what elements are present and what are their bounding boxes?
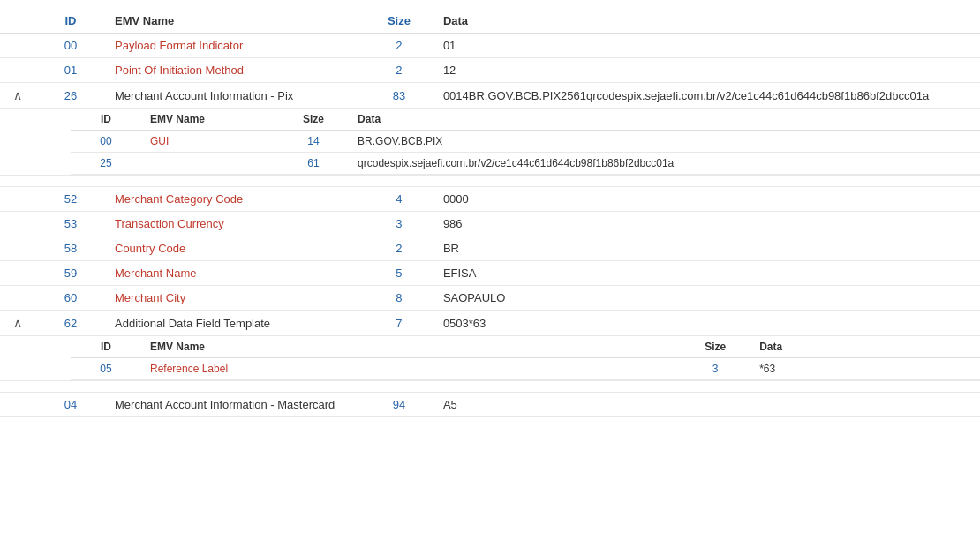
table-row: 58Country Code2BR — [0, 236, 980, 261]
expand-cell — [0, 261, 35, 286]
nested-header-id: ID — [71, 109, 141, 131]
nested-table-row: 2561qrcodespix.sejaefi.com.br/v2/ce1c44c… — [71, 153, 980, 175]
row-size: 2 — [364, 58, 434, 83]
nested-cell: 25 — [71, 153, 141, 175]
expand-cell — [0, 393, 35, 417]
row-emv-name: Transaction Currency — [106, 212, 364, 236]
row-id: 62 — [35, 311, 106, 336]
row-id: 53 — [35, 212, 106, 236]
nested-cell: *63 — [750, 358, 980, 380]
nested-row: IDEMV NameSizeData00GUI14BR.GOV.BCB.PIX2… — [0, 109, 980, 176]
collapse-icon: ∧ — [13, 88, 22, 102]
nested-header-emv-name: EMV Name — [141, 336, 680, 358]
header-size: Size — [364, 9, 434, 34]
collapse-icon: ∧ — [13, 316, 22, 330]
row-id: 26 — [35, 83, 106, 109]
header-id: ID — [35, 9, 106, 34]
nested-table: IDEMV NameSizeData00GUI14BR.GOV.BCB.PIX2… — [71, 109, 980, 175]
nested-table-row: 05Reference Label3*63 — [71, 358, 980, 380]
row-emv-name: Merchant Name — [106, 261, 364, 286]
row-emv-name: Merchant Account Information - Pix — [106, 83, 364, 109]
row-id: 52 — [35, 187, 106, 212]
nested-row: IDEMV NameSizeData05Reference Label3*63 — [0, 336, 980, 381]
spacer-row — [0, 176, 980, 187]
row-data: 12 — [434, 58, 980, 83]
main-container: ID EMV Name Size Data 00Payload Format I… — [0, 0, 980, 426]
expand-cell — [0, 212, 35, 236]
expand-cell — [0, 58, 35, 83]
row-emv-name: Payload Format Indicator — [106, 34, 364, 58]
expand-cell[interactable]: ∧ — [0, 311, 35, 336]
nested-header-data: Data — [349, 109, 980, 131]
nested-header-size: Size — [278, 109, 349, 131]
nested-cell: 00 — [71, 131, 141, 153]
header-emv-name: EMV Name — [106, 9, 364, 34]
row-emv-name: Merchant City — [106, 286, 364, 311]
row-id: 60 — [35, 286, 106, 311]
row-data: 0503*63 — [434, 311, 980, 336]
row-emv-name: Point Of Initiation Method — [106, 58, 364, 83]
nested-header-emv-name: EMV Name — [141, 109, 278, 131]
table-row: 60Merchant City8SAOPAULO — [0, 286, 980, 311]
row-data: 0014BR.GOV.BCB.PIX2561qrcodespix.sejaefi… — [434, 83, 980, 109]
nested-header-id: ID — [71, 336, 141, 358]
row-size: 3 — [364, 212, 434, 236]
nested-header-row: IDEMV NameSizeData — [71, 336, 980, 358]
row-size: 7 — [364, 311, 434, 336]
header-data: Data — [434, 9, 980, 34]
nested-table: IDEMV NameSizeData05Reference Label3*63 — [71, 336, 980, 380]
table-row: 59Merchant Name5EFISA — [0, 261, 980, 286]
row-size: 2 — [364, 34, 434, 58]
nested-cell: qrcodespix.sejaefi.com.br/v2/ce1c44c61d6… — [349, 153, 980, 175]
row-size: 5 — [364, 261, 434, 286]
row-emv-name: Country Code — [106, 236, 364, 261]
row-id: 58 — [35, 236, 106, 261]
row-id: 01 — [35, 58, 106, 83]
row-data: 01 — [434, 34, 980, 58]
row-emv-name: Merchant Category Code — [106, 187, 364, 212]
expand-cell — [0, 286, 35, 311]
table-row: 04Merchant Account Information - Masterc… — [0, 393, 980, 417]
nested-cell: GUI — [141, 131, 278, 153]
nested-cell: Reference Label — [141, 358, 680, 380]
header-row: ID EMV Name Size Data — [0, 9, 980, 34]
row-size: 4 — [364, 187, 434, 212]
row-data: A5 — [434, 393, 980, 417]
row-data: 986 — [434, 212, 980, 236]
table-row: 00Payload Format Indicator201 — [0, 34, 980, 58]
table-row: ∧62Additional Data Field Template70503*6… — [0, 311, 980, 336]
expand-cell[interactable]: ∧ — [0, 83, 35, 109]
nested-container: IDEMV NameSizeData05Reference Label3*63 — [0, 336, 980, 381]
expand-cell — [0, 34, 35, 58]
nested-cell: BR.GOV.BCB.PIX — [349, 131, 980, 153]
nested-header-data: Data — [750, 336, 980, 358]
row-id: 00 — [35, 34, 106, 58]
row-size: 8 — [364, 286, 434, 311]
expand-cell — [0, 187, 35, 212]
row-emv-name: Additional Data Field Template — [106, 311, 364, 336]
expand-cell — [0, 236, 35, 261]
row-size: 2 — [364, 236, 434, 261]
spacer-row — [0, 381, 980, 393]
nested-cell — [141, 153, 278, 175]
row-emv-name: Merchant Account Information - Mastercar… — [106, 393, 364, 417]
nested-cell: 3 — [680, 358, 750, 380]
header-expand — [0, 9, 35, 34]
table-row: 01Point Of Initiation Method212 — [0, 58, 980, 83]
row-data: BR — [434, 236, 980, 261]
nested-cell: 05 — [71, 358, 141, 380]
nested-header-size: Size — [680, 336, 750, 358]
nested-table-row: 00GUI14BR.GOV.BCB.PIX — [71, 131, 980, 153]
row-size: 94 — [364, 393, 434, 417]
nested-cell: 61 — [278, 153, 349, 175]
main-table: ID EMV Name Size Data 00Payload Format I… — [0, 9, 980, 417]
nested-header-row: IDEMV NameSizeData — [71, 109, 980, 131]
nested-cell: 14 — [278, 131, 349, 153]
row-data: SAOPAULO — [434, 286, 980, 311]
row-id: 04 — [35, 393, 106, 417]
row-id: 59 — [35, 261, 106, 286]
row-data: EFISA — [434, 261, 980, 286]
row-data: 0000 — [434, 187, 980, 212]
table-row: ∧26Merchant Account Information - Pix830… — [0, 83, 980, 109]
table-row: 53Transaction Currency3986 — [0, 212, 980, 236]
